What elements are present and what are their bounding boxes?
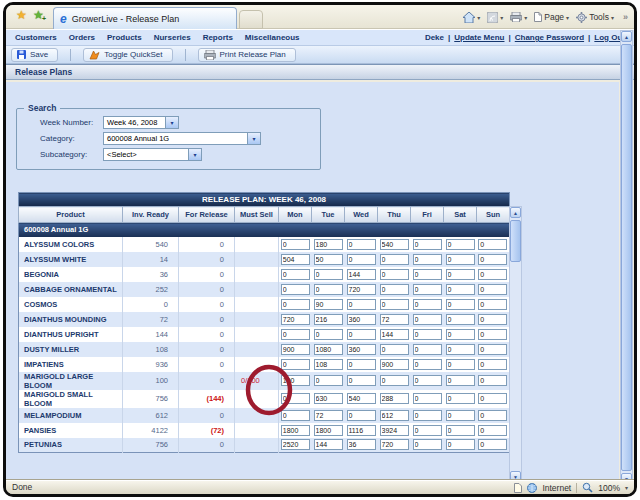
day-quantity-input[interactable] <box>478 269 507 280</box>
day-quantity-input[interactable] <box>347 239 376 250</box>
day-quantity-input[interactable] <box>478 425 507 436</box>
day-quantity-input[interactable] <box>347 284 376 295</box>
day-quantity-input[interactable] <box>446 439 475 450</box>
menu-item-reports[interactable]: Reports <box>203 33 233 42</box>
day-quantity-input[interactable] <box>314 284 343 295</box>
tools-menu-button[interactable]: Tools ▾ <box>576 12 614 23</box>
day-quantity-input[interactable] <box>380 393 409 404</box>
day-quantity-input[interactable] <box>281 239 310 250</box>
day-quantity-input[interactable] <box>281 254 310 265</box>
day-quantity-input[interactable] <box>446 314 475 325</box>
day-quantity-input[interactable] <box>380 425 409 436</box>
day-quantity-input[interactable] <box>413 284 442 295</box>
day-quantity-input[interactable] <box>281 329 310 340</box>
day-quantity-input[interactable] <box>347 314 376 325</box>
day-quantity-input[interactable] <box>413 425 442 436</box>
menu-item-products[interactable]: Products <box>107 33 142 42</box>
day-quantity-input[interactable] <box>314 410 343 421</box>
menu-item-orders[interactable]: Orders <box>69 33 95 42</box>
day-quantity-input[interactable] <box>380 299 409 310</box>
day-quantity-input[interactable] <box>281 425 310 436</box>
day-quantity-input[interactable] <box>347 439 376 450</box>
day-quantity-input[interactable] <box>347 269 376 280</box>
day-quantity-input[interactable] <box>380 344 409 355</box>
scroll-up-icon[interactable]: ▲ <box>621 31 632 42</box>
column-header-tue[interactable]: Tue <box>312 207 345 223</box>
day-quantity-input[interactable] <box>314 329 343 340</box>
day-quantity-input[interactable] <box>380 329 409 340</box>
day-quantity-input[interactable] <box>347 359 376 370</box>
table-scrollbar-thumb[interactable] <box>510 220 521 262</box>
day-quantity-input[interactable] <box>380 284 409 295</box>
day-quantity-input[interactable] <box>478 284 507 295</box>
subcategory-select[interactable]: <Select> ▾ <box>103 148 202 161</box>
day-quantity-input[interactable] <box>446 284 475 295</box>
column-header-mon[interactable]: Mon <box>279 207 312 223</box>
day-quantity-input[interactable] <box>281 284 310 295</box>
chevron-down-icon[interactable]: ▾ <box>188 149 201 160</box>
day-quantity-input[interactable] <box>478 239 507 250</box>
menu-item-miscellaneous[interactable]: Miscellaneous <box>245 33 300 42</box>
day-quantity-input[interactable] <box>347 254 376 265</box>
day-quantity-input[interactable] <box>314 239 343 250</box>
day-quantity-input[interactable] <box>413 299 442 310</box>
day-quantity-input[interactable] <box>413 329 442 340</box>
column-header-must-sell[interactable]: Must Sell <box>235 207 279 223</box>
chevron-down-icon[interactable]: ▾ <box>247 133 260 144</box>
column-header-inv-ready[interactable]: Inv. Ready <box>123 207 179 223</box>
day-quantity-input[interactable] <box>314 359 343 370</box>
column-header-wed[interactable]: Wed <box>345 207 378 223</box>
day-quantity-input[interactable] <box>314 314 343 325</box>
day-quantity-input[interactable] <box>281 269 310 280</box>
chevron-down-icon[interactable]: ▾ <box>165 117 178 128</box>
day-quantity-input[interactable] <box>380 254 409 265</box>
day-quantity-input[interactable] <box>314 254 343 265</box>
day-quantity-input[interactable] <box>413 359 442 370</box>
day-quantity-input[interactable] <box>446 299 475 310</box>
print-button[interactable]: ▾ <box>510 12 527 22</box>
day-quantity-input[interactable] <box>347 425 376 436</box>
day-quantity-input[interactable] <box>281 375 310 386</box>
day-quantity-input[interactable] <box>380 314 409 325</box>
day-quantity-input[interactable] <box>478 299 507 310</box>
new-tab-button[interactable] <box>239 10 263 29</box>
day-quantity-input[interactable] <box>314 393 343 404</box>
day-quantity-input[interactable] <box>413 439 442 450</box>
column-header-sat[interactable]: Sat <box>444 207 477 223</box>
day-quantity-input[interactable] <box>281 439 310 450</box>
day-quantity-input[interactable] <box>446 269 475 280</box>
day-quantity-input[interactable] <box>446 239 475 250</box>
day-quantity-input[interactable] <box>380 269 409 280</box>
day-quantity-input[interactable] <box>478 344 507 355</box>
update-menu-link[interactable]: Update Menu <box>454 33 504 42</box>
day-quantity-input[interactable] <box>478 359 507 370</box>
change-password-link[interactable]: Change Password <box>515 33 584 42</box>
day-quantity-input[interactable] <box>446 329 475 340</box>
day-quantity-input[interactable] <box>413 344 442 355</box>
toggle-quickset-button[interactable]: Toggle QuickSet <box>83 48 172 62</box>
category-select[interactable]: 600008 Annual 1G ▾ <box>103 132 261 145</box>
day-quantity-input[interactable] <box>281 314 310 325</box>
day-quantity-input[interactable] <box>380 359 409 370</box>
day-quantity-input[interactable] <box>347 375 376 386</box>
day-quantity-input[interactable] <box>413 239 442 250</box>
favorites-icon[interactable]: ★ <box>16 9 27 21</box>
day-quantity-input[interactable] <box>478 375 507 386</box>
print-release-plan-button[interactable]: Print Release Plan <box>198 48 296 62</box>
save-button[interactable]: Save <box>11 48 58 62</box>
day-quantity-input[interactable] <box>380 439 409 450</box>
home-button[interactable]: ▾ <box>463 12 480 23</box>
day-quantity-input[interactable] <box>347 410 376 421</box>
menu-item-customers[interactable]: Customers <box>15 33 57 42</box>
day-quantity-input[interactable] <box>446 359 475 370</box>
day-quantity-input[interactable] <box>314 344 343 355</box>
table-scrollbar[interactable]: ▲ ▼ <box>509 206 522 483</box>
week-number-select[interactable]: Week 46, 2008 ▾ <box>103 116 179 129</box>
browser-tab[interactable]: e GrowerLive - Release Plan <box>53 7 237 29</box>
page-menu-button[interactable]: Page ▾ <box>534 12 569 22</box>
day-quantity-input[interactable] <box>281 359 310 370</box>
day-quantity-input[interactable] <box>314 269 343 280</box>
day-quantity-input[interactable] <box>347 299 376 310</box>
day-quantity-input[interactable] <box>478 329 507 340</box>
day-quantity-input[interactable] <box>347 329 376 340</box>
